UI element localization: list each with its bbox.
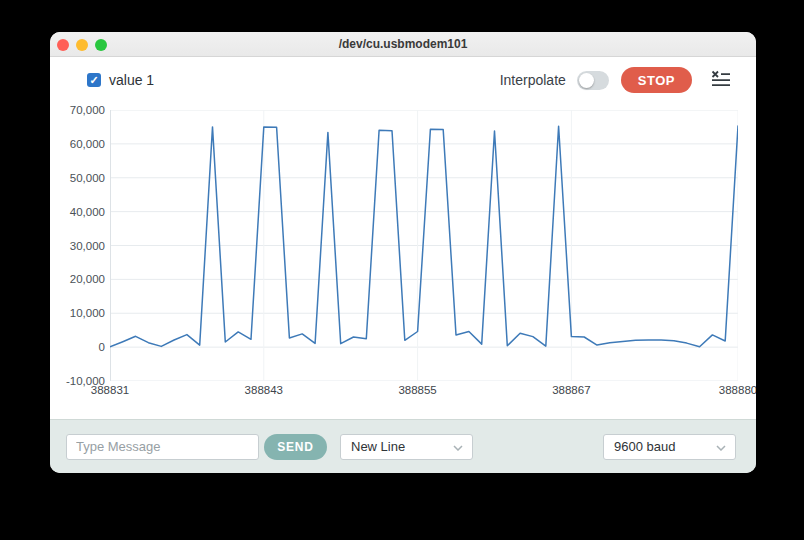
minimize-button[interactable]	[76, 39, 88, 51]
y-tick-label: 30,000	[70, 240, 105, 252]
toolbar: ✓ value 1 Interpolate STOP	[87, 66, 731, 94]
y-tick-label: 60,000	[70, 138, 105, 150]
series-checkbox-value1[interactable]: ✓ value 1	[87, 72, 154, 88]
toggle-knob-icon	[579, 73, 594, 88]
app-window: /dev/cu.usbmodem101 ✓ value 1 Interpolat…	[50, 32, 756, 473]
x-tick-label: 388880	[719, 384, 756, 396]
clear-list-button[interactable]	[711, 70, 731, 90]
message-input[interactable]	[66, 434, 259, 460]
baud-rate-value: 9600 baud	[614, 439, 675, 454]
line-ending-value: New Line	[351, 439, 405, 454]
y-tick-label: 10,000	[70, 307, 105, 319]
clear-list-icon	[711, 70, 731, 90]
y-tick-label: 20,000	[70, 273, 105, 285]
traffic-lights	[57, 32, 107, 57]
desktop-background: /dev/cu.usbmodem101 ✓ value 1 Interpolat…	[0, 0, 804, 540]
y-tick-label: 70,000	[70, 104, 105, 116]
x-tick-label: 388843	[245, 384, 283, 396]
stop-button[interactable]: STOP	[621, 67, 692, 93]
x-axis-labels: 388831388843388855388867388880	[110, 384, 738, 398]
y-axis-labels: -10,000010,00020,00030,00040,00050,00060…	[50, 110, 105, 381]
message-bar: SEND New Line 9600 baud	[50, 419, 756, 473]
x-tick-label: 388867	[552, 384, 590, 396]
interpolate-toggle[interactable]	[577, 71, 609, 90]
baud-rate-select[interactable]: 9600 baud	[603, 434, 736, 460]
title-bar[interactable]: /dev/cu.usbmodem101	[50, 32, 756, 57]
close-button[interactable]	[57, 39, 69, 51]
y-tick-label: 50,000	[70, 172, 105, 184]
chevron-down-icon	[716, 439, 726, 454]
x-tick-label: 388831	[91, 384, 129, 396]
y-tick-label: 40,000	[70, 206, 105, 218]
chart-canvas	[110, 110, 738, 381]
x-tick-label: 388855	[398, 384, 436, 396]
y-tick-label: 0	[99, 341, 105, 353]
interpolate-label: Interpolate	[500, 72, 566, 88]
series-label: value 1	[109, 72, 154, 88]
checkbox-checked-icon[interactable]: ✓	[87, 73, 101, 87]
send-button[interactable]: SEND	[264, 434, 327, 460]
zoom-button[interactable]	[95, 39, 107, 51]
window-title: /dev/cu.usbmodem101	[50, 37, 756, 51]
toolbar-right-group: Interpolate STOP	[500, 67, 731, 93]
chevron-down-icon	[453, 439, 463, 454]
line-ending-select[interactable]: New Line	[340, 434, 473, 460]
